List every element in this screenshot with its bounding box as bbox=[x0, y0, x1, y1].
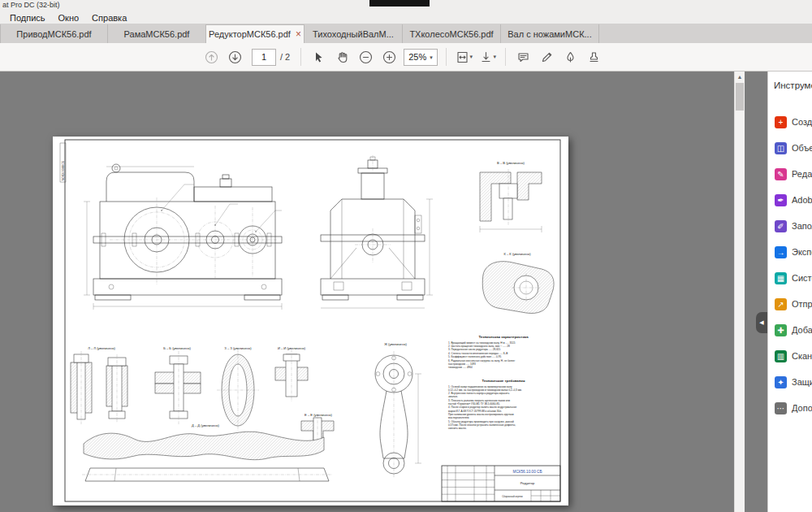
svg-text:сменить масло.: сменить масло. bbox=[448, 427, 467, 430]
scrollbar-thumb[interactable] bbox=[736, 83, 744, 111]
tab-rama[interactable]: РамаМСК56.pdf bbox=[108, 24, 206, 43]
tab-reduktor[interactable]: РедукторМСК56.pdf × bbox=[206, 24, 304, 43]
pdf-page: МСК56.10.00 СБ bbox=[53, 137, 568, 505]
tool-label: Отпр... bbox=[792, 299, 812, 309]
chevron-down-icon: ▾ bbox=[494, 54, 497, 60]
page-number-input[interactable] bbox=[252, 49, 276, 66]
tools-panel-item-adobe-sign[interactable]: ✒ Adob... bbox=[768, 187, 812, 213]
tools-panel-item-edit-pdf[interactable]: ✎ Реда... bbox=[768, 161, 812, 187]
title-block-name: Редуктор bbox=[520, 481, 535, 485]
fill-sign-tool-button[interactable] bbox=[560, 46, 581, 67]
tools-panel-item-send-review[interactable]: ↗ Отпр... bbox=[768, 291, 812, 317]
svg-text:тихоходном ..... 4964: тихоходном ..... 4964 bbox=[448, 366, 473, 369]
collapse-pane-button[interactable]: ◀ bbox=[756, 312, 767, 333]
tab-close-icon[interactable]: × bbox=[296, 29, 301, 39]
tab-tkoleso[interactable]: ТХколесоМСК56.pdf bbox=[403, 24, 501, 43]
svg-text:Технические требования: Технические требования bbox=[482, 379, 525, 383]
tech-requirements: Технические требования 1. Осевой зазор п… bbox=[448, 379, 525, 430]
background-window-sliver bbox=[369, 0, 430, 7]
tab-privod[interactable]: ПриводМСК56.pdf bbox=[0, 24, 108, 43]
tools-list: + Созда... ◫ Объе... ✎ Реда... ✒ Adob...… bbox=[768, 109, 812, 421]
menu-sign[interactable]: Подпись bbox=[3, 13, 52, 23]
menu-bar: Подпись Окно Справка bbox=[0, 11, 812, 24]
svg-text:Б – Б (увеличено): Б – Б (увеличено) bbox=[163, 346, 191, 350]
pen-nib-icon bbox=[564, 50, 577, 64]
tools-panel-item-scan-ocr[interactable]: ▥ Скан... bbox=[768, 343, 812, 369]
zoom-in-button[interactable] bbox=[379, 46, 400, 67]
tab-label: Вал с ножамиМСК... bbox=[508, 29, 591, 39]
svg-text:Л – Л (увеличено): Л – Л (увеличено) bbox=[88, 346, 115, 350]
comment-tool-button[interactable] bbox=[513, 46, 533, 67]
zoom-level-select[interactable]: 25% ▾ bbox=[404, 49, 438, 66]
tab-label: ТихоходныйВалМ... bbox=[313, 29, 394, 39]
tools-panel-item-combine-files[interactable]: ◫ Объе... bbox=[768, 135, 812, 161]
detail-dd: Д – Д (увеличено) bbox=[82, 423, 332, 481]
toolbar-separator bbox=[505, 48, 506, 66]
scroll-up-icon[interactable]: ▲ bbox=[735, 72, 745, 82]
detail-ll: Л – Л (увеличено) bbox=[71, 346, 127, 424]
page-fit-button[interactable]: ▾ bbox=[454, 46, 474, 67]
scroll-mode-button[interactable]: ▾ bbox=[477, 46, 498, 67]
window-title: at Pro DC (32-bit) bbox=[2, 1, 60, 9]
zoom-out-button[interactable] bbox=[356, 46, 376, 67]
stamp-tool-button[interactable] bbox=[584, 46, 604, 67]
draw-tool-button[interactable] bbox=[537, 46, 557, 67]
detail-zz: З – З (увеличено) bbox=[217, 346, 259, 431]
tools-panel-item-organize-pages[interactable]: ▦ Систе... bbox=[768, 265, 812, 291]
tech-characteristics: Техническая характеристика 1. Вращающий … bbox=[448, 335, 529, 369]
page-count-label: / 2 bbox=[280, 52, 290, 62]
tab-label: ТХколесоМСК56.pdf bbox=[409, 29, 493, 39]
pencil-icon bbox=[540, 50, 554, 64]
document-canvas[interactable]: МСК56.10.00 СБ bbox=[0, 72, 767, 512]
fit-width-icon bbox=[456, 50, 469, 64]
detail-ii: И – И (увеличено) bbox=[275, 346, 308, 401]
zoom-in-icon bbox=[382, 50, 396, 64]
add-comment-icon: ✚ bbox=[775, 324, 787, 336]
comment-bubble-icon bbox=[516, 50, 530, 64]
tab-label: РедукторМСК56.pdf bbox=[209, 29, 291, 39]
tools-panel-item-create-pdf[interactable]: + Созда... bbox=[768, 109, 812, 135]
page-down-icon bbox=[228, 50, 242, 64]
tools-panel-item-fill-sign[interactable]: ✐ Запол... bbox=[768, 213, 812, 239]
svg-text:В – В (увеличено): В – В (увеличено) bbox=[497, 161, 525, 165]
tool-label: Созда... bbox=[792, 117, 812, 127]
tool-label: Доба... bbox=[792, 325, 812, 335]
tool-label: Допо... bbox=[792, 403, 812, 413]
menu-window[interactable]: Окно bbox=[52, 13, 86, 23]
chevron-down-icon: ▾ bbox=[430, 54, 433, 60]
tool-label: Защи... bbox=[792, 377, 812, 387]
tab-tihohodny-val[interactable]: ТихоходныйВалМ... bbox=[304, 24, 403, 43]
svg-text:4. Степень точности изготовлен: 4. Степень точности изготовления передач… bbox=[448, 352, 508, 355]
svg-text:6. Радиальная консольная нагру: 6. Радиальная консольная нагрузка на вал… bbox=[448, 359, 516, 362]
tools-panel-item-protect[interactable]: ✦ Защи... bbox=[768, 369, 812, 395]
main-toolbar: / 2 25% ▾ ▾ ▾ bbox=[0, 43, 812, 72]
tool-label: Adob... bbox=[792, 195, 812, 205]
page-up-icon bbox=[205, 50, 218, 64]
tool-label: Объе... bbox=[792, 143, 812, 153]
fill-sign-icon: ✐ bbox=[775, 220, 787, 232]
detail-zh: Ж (увеличено) bbox=[375, 342, 421, 478]
tools-panel-item-export-pdf[interactable]: → Экспо... bbox=[768, 239, 812, 265]
tab-val-s-nozhami[interactable]: Вал с ножамиМСК... bbox=[501, 24, 599, 43]
tools-panel-item-add[interactable]: ✚ Доба... bbox=[768, 317, 812, 343]
menu-help[interactable]: Справка bbox=[85, 13, 133, 23]
svg-text:2. Частота вращения тихоходног: 2. Частота вращения тихоходного вала, ми… bbox=[448, 345, 510, 348]
next-page-button[interactable] bbox=[225, 46, 245, 67]
vertical-scrollbar[interactable]: ▲ bbox=[734, 72, 745, 512]
svg-text:быстроходном ..... 1093: быстроходном ..... 1093 bbox=[448, 362, 476, 366]
more-tools-icon: ⋯ bbox=[775, 402, 787, 414]
document-tab-bar: ПриводМСК56.pdf РамаМСК56.pdf РедукторМС… bbox=[0, 24, 812, 43]
svg-text:К – К (увеличено): К – К (увеличено) bbox=[503, 252, 531, 256]
margin-stamp-code: МСК56.10.00 СБ bbox=[62, 161, 65, 180]
tool-label: Систе... bbox=[792, 273, 812, 283]
select-tool-button[interactable] bbox=[309, 46, 329, 67]
hand-tool-button[interactable] bbox=[332, 46, 352, 67]
svg-text:Д – Д (увеличено): Д – Д (увеличено) bbox=[192, 423, 220, 427]
scan-ocr-icon: ▥ bbox=[775, 350, 787, 362]
previous-page-button[interactable] bbox=[201, 46, 222, 67]
tab-label: РамаМСК56.pdf bbox=[124, 29, 190, 39]
tools-panel-item-more[interactable]: ⋯ Допо... bbox=[768, 395, 812, 421]
svg-text:3. Передаточное число редуктор: 3. Передаточное число редуктора ..... 28… bbox=[448, 348, 501, 351]
zoom-out-icon bbox=[359, 50, 373, 64]
zoom-value: 25% bbox=[408, 52, 426, 62]
